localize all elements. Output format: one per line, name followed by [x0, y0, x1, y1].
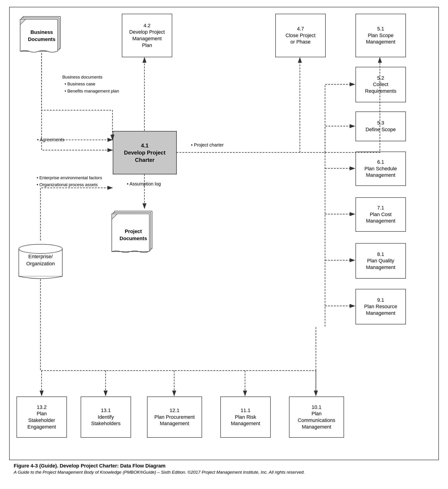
enterprise-org: Enterprise/Organization [17, 241, 65, 280]
box-81: 8.1Plan QualityManagement [356, 243, 406, 279]
box-53: 5.3Define Scope [356, 112, 406, 141]
box-131-label: 13.1IdentifyStakeholders [91, 407, 120, 427]
box-101: 10.1PlanCommunicationsManagement [289, 397, 344, 438]
page-container: Business Documents 4.2Develop ProjectMan… [0, 0, 448, 489]
box-41-main: 4.1Develop ProjectCharter [113, 131, 177, 174]
box-51: 5.1Plan ScopeManagement [356, 14, 406, 57]
box-71: 7.1Plan CostManagement [356, 197, 406, 232]
box-121: 12.1Plan ProcurementManagement [147, 397, 202, 438]
box-91-label: 9.1Plan ResourceManagement [364, 297, 397, 317]
box-47: 4.7Close Projector Phase [275, 14, 326, 57]
box-132: 13.2PlanStakeholderEngagement [17, 397, 67, 438]
box-101-label: 10.1PlanCommunicationsManagement [298, 404, 335, 430]
figure-caption-title: Figure 4-3 (Guide). Develop Project Char… [14, 463, 439, 469]
box-52: 5.2CollectRequirements [356, 67, 406, 102]
enterprise-org-label: Enterprise/Organization [26, 253, 55, 267]
svg-point-15 [19, 244, 62, 253]
project-documents: ProjectDocuments [110, 209, 156, 255]
business-documents-label: Business Documents [19, 29, 65, 43]
caption-area: Figure 4-3 (Guide). Develop Project Char… [14, 463, 439, 475]
box-42-label: 4.2Develop ProjectManagementPlan [129, 22, 165, 49]
box-51-label: 5.1Plan ScopeManagement [366, 26, 395, 45]
assumption-log-label: • Assumption log [126, 181, 161, 187]
business-docs-list-label: Business documents • Business case • Ben… [62, 74, 119, 95]
figure-caption-subtitle: A Guide to the Project Management Body o… [14, 470, 439, 475]
box-121-label: 12.1Plan ProcurementManagement [154, 407, 195, 427]
agreements-label: • Agreements [37, 137, 65, 142]
box-53-label: 5.3Define Scope [365, 120, 396, 133]
box-111: 11.1Plan RiskManagement [220, 397, 271, 438]
diagram-area: Business Documents 4.2Develop ProjectMan… [9, 7, 439, 460]
box-42: 4.2Develop ProjectManagementPlan [122, 14, 172, 57]
business-documents: Business Documents [19, 14, 65, 53]
box-111-label: 11.1Plan RiskManagement [231, 407, 260, 427]
box-47-label: 4.7Close Projector Phase [286, 26, 316, 45]
box-52-label: 5.2CollectRequirements [365, 75, 397, 95]
box-91: 9.1Plan ResourceManagement [356, 289, 406, 324]
box-131: 13.1IdentifyStakeholders [81, 397, 131, 438]
box-132-label: 13.2PlanStakeholderEngagement [27, 404, 56, 430]
box-81-label: 8.1Plan QualityManagement [366, 251, 395, 271]
box-61-label: 6.1Plan ScheduleManagement [365, 159, 397, 179]
box-71-label: 7.1Plan CostManagement [366, 205, 395, 224]
project-documents-label: ProjectDocuments [120, 228, 147, 242]
eef-opa-label: • Enterprise environmental factors • Org… [37, 174, 102, 188]
project-charter-label: • Project charter [191, 142, 224, 148]
box-61: 6.1Plan ScheduleManagement [356, 152, 406, 186]
box-41-label: 4.1Develop ProjectCharter [124, 142, 165, 163]
